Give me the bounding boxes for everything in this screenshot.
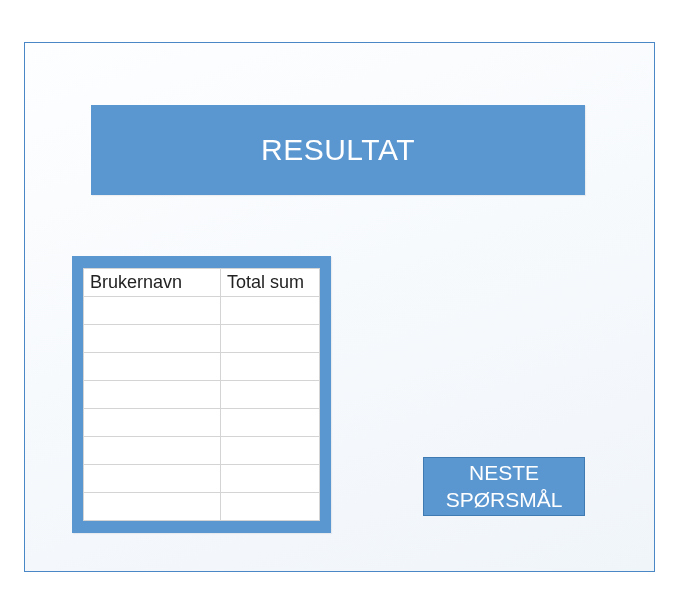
table-header-row: Brukernavn Total sum (84, 269, 320, 297)
table-row (84, 409, 320, 437)
cell-total (220, 353, 319, 381)
table-row (84, 493, 320, 521)
table-row (84, 437, 320, 465)
column-header-username: Brukernavn (84, 269, 221, 297)
cell-total (220, 325, 319, 353)
cell-total (220, 437, 319, 465)
next-question-label: NESTE SPØRSMÅL (446, 460, 563, 513)
cell-total (220, 465, 319, 493)
cell-username (84, 325, 221, 353)
cell-username (84, 437, 221, 465)
column-header-total: Total sum (220, 269, 319, 297)
cell-username (84, 465, 221, 493)
cell-username (84, 297, 221, 325)
cell-total (220, 297, 319, 325)
next-question-button[interactable]: NESTE SPØRSMÅL (423, 457, 585, 516)
cell-total (220, 381, 319, 409)
page-title: RESULTAT (91, 105, 585, 195)
cell-username (84, 493, 221, 521)
table-row (84, 381, 320, 409)
table-row (84, 325, 320, 353)
table-row (84, 297, 320, 325)
table-row (84, 353, 320, 381)
results-table: Brukernavn Total sum (83, 268, 320, 521)
cell-username (84, 353, 221, 381)
cell-username (84, 409, 221, 437)
cell-username (84, 381, 221, 409)
cell-total (220, 493, 319, 521)
cell-total (220, 409, 319, 437)
results-table-frame: Brukernavn Total sum (72, 256, 331, 533)
table-row (84, 465, 320, 493)
main-panel: RESULTAT Brukernavn Total sum (24, 42, 655, 572)
